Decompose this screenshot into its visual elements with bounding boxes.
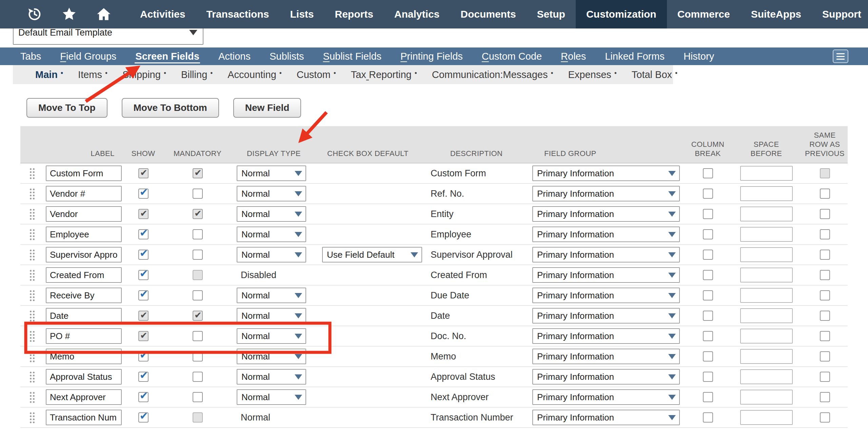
drag-handle[interactable] xyxy=(30,189,32,190)
same-row-checkbox[interactable] xyxy=(820,189,830,199)
space-before-input[interactable] xyxy=(740,329,793,344)
drag-handle[interactable] xyxy=(30,290,32,292)
nav-item-customization[interactable]: Customization xyxy=(576,0,667,28)
space-before-input[interactable] xyxy=(740,166,793,181)
form-tab-screen-fields[interactable]: Screen Fields xyxy=(126,47,209,65)
drag-handle[interactable] xyxy=(30,351,32,353)
same-row-checkbox[interactable] xyxy=(820,311,830,321)
drag-handle[interactable] xyxy=(30,392,32,394)
show-checkbox[interactable]: ✔ xyxy=(138,189,149,199)
label-input[interactable] xyxy=(46,410,122,425)
display-type-select[interactable]: Normal xyxy=(237,247,306,262)
home-icon[interactable] xyxy=(96,6,112,22)
space-before-input[interactable] xyxy=(740,390,793,405)
drag-handle[interactable] xyxy=(30,270,32,272)
mandatory-checkbox[interactable] xyxy=(193,331,203,341)
space-before-input[interactable] xyxy=(740,268,793,282)
space-before-input[interactable] xyxy=(740,369,793,384)
new-field-button[interactable]: New Field xyxy=(233,98,301,118)
drag-handle[interactable] xyxy=(30,331,32,333)
form-tab-linked-forms[interactable]: Linked Forms xyxy=(595,47,674,65)
shortcuts-star-icon[interactable] xyxy=(61,6,77,22)
field-group-select[interactable]: Primary Information xyxy=(532,308,680,324)
field-group-select[interactable]: Primary Information xyxy=(532,410,680,425)
space-before-input[interactable] xyxy=(740,349,793,364)
column-break-checkbox[interactable] xyxy=(703,392,713,402)
subtab-items[interactable]: Items• xyxy=(71,69,115,80)
label-input[interactable] xyxy=(46,308,122,324)
field-group-select[interactable]: Primary Information xyxy=(532,328,680,344)
checkbox-default-select[interactable]: Use Field Default xyxy=(322,247,422,262)
show-checkbox[interactable]: ✔ xyxy=(138,392,149,402)
form-tab-roles[interactable]: Roles xyxy=(551,47,595,65)
same-row-checkbox[interactable] xyxy=(820,351,830,361)
field-group-select[interactable]: Primary Information xyxy=(532,165,680,181)
form-tab-sublist-fields[interactable]: Sublist Fields xyxy=(314,47,391,65)
column-break-checkbox[interactable] xyxy=(703,372,713,382)
label-input[interactable] xyxy=(46,227,122,242)
form-tab-tabs[interactable]: Tabs xyxy=(11,47,51,65)
nav-item-activities[interactable]: Activities xyxy=(130,0,196,28)
subtab-billing[interactable]: Billing• xyxy=(174,69,220,80)
form-tab-custom-code[interactable]: Custom Code xyxy=(472,47,551,65)
space-before-input[interactable] xyxy=(740,288,793,303)
mandatory-checkbox[interactable] xyxy=(193,189,203,199)
field-group-select[interactable]: Primary Information xyxy=(532,288,680,303)
same-row-checkbox[interactable] xyxy=(820,331,830,341)
nav-item-analytics[interactable]: Analytics xyxy=(384,0,450,28)
subtab-custom[interactable]: Custom• xyxy=(289,69,343,80)
mandatory-checkbox[interactable] xyxy=(193,372,203,382)
subtab-tax-reporting[interactable]: Tax Reporting• xyxy=(343,69,425,80)
label-input[interactable] xyxy=(46,186,122,201)
mandatory-checkbox[interactable] xyxy=(193,351,203,361)
column-break-checkbox[interactable] xyxy=(703,290,713,300)
field-group-select[interactable]: Primary Information xyxy=(532,186,680,201)
label-input[interactable] xyxy=(46,206,122,222)
label-input[interactable] xyxy=(46,267,122,283)
show-checkbox[interactable]: ✔ xyxy=(138,229,149,239)
display-type-select[interactable]: Normal xyxy=(237,206,306,222)
form-tab-field-groups[interactable]: Field Groups xyxy=(51,47,126,65)
space-before-input[interactable] xyxy=(740,247,793,262)
nav-item-documents[interactable]: Documents xyxy=(450,0,526,28)
show-checkbox[interactable]: ✔ xyxy=(138,290,149,300)
field-group-select[interactable]: Primary Information xyxy=(532,247,680,262)
nav-item-support[interactable]: Support xyxy=(812,0,868,28)
mandatory-checkbox[interactable] xyxy=(193,229,203,239)
move-to-top-button[interactable]: Move To Top xyxy=(26,98,107,118)
subtab-total-box[interactable]: Total Box• xyxy=(624,69,685,80)
subtab-accounting[interactable]: Accounting• xyxy=(220,69,289,80)
display-type-select[interactable]: Normal xyxy=(237,369,306,385)
label-input[interactable] xyxy=(46,369,122,385)
space-before-input[interactable] xyxy=(740,410,793,425)
column-break-checkbox[interactable] xyxy=(703,229,713,239)
show-checkbox[interactable]: ✔ xyxy=(138,351,149,361)
label-input[interactable] xyxy=(46,349,122,364)
space-before-input[interactable] xyxy=(740,186,793,201)
field-group-select[interactable]: Primary Information xyxy=(532,227,680,242)
field-group-select[interactable]: Primary Information xyxy=(532,206,680,222)
same-row-checkbox[interactable] xyxy=(820,270,830,280)
field-group-select[interactable]: Primary Information xyxy=(532,267,680,283)
same-row-checkbox[interactable] xyxy=(820,412,830,423)
field-group-select[interactable]: Primary Information xyxy=(532,369,680,385)
form-tab-printing-fields[interactable]: Printing Fields xyxy=(391,47,472,65)
label-input[interactable] xyxy=(46,288,122,303)
move-to-bottom-button[interactable]: Move To Bottom xyxy=(122,98,219,118)
display-type-select[interactable]: Normal xyxy=(237,227,306,242)
nav-item-commerce[interactable]: Commerce xyxy=(667,0,741,28)
layout-toggle-button[interactable] xyxy=(833,50,848,63)
display-type-select[interactable]: Normal xyxy=(237,349,306,364)
same-row-checkbox[interactable] xyxy=(820,229,830,239)
display-type-select[interactable]: Normal xyxy=(237,186,306,201)
subtab-shipping[interactable]: Shipping• xyxy=(115,69,174,80)
space-before-input[interactable] xyxy=(740,227,793,242)
show-checkbox[interactable]: ✔ xyxy=(138,412,149,423)
subtab-communication-messages[interactable]: Communication:Messages• xyxy=(425,69,561,80)
mandatory-checkbox[interactable] xyxy=(193,290,203,300)
display-type-select[interactable]: Normal xyxy=(237,288,306,303)
nav-item-transactions[interactable]: Transactions xyxy=(196,0,279,28)
column-break-checkbox[interactable] xyxy=(703,209,713,219)
form-tab-history[interactable]: History xyxy=(674,47,724,65)
mandatory-checkbox[interactable] xyxy=(193,250,203,260)
